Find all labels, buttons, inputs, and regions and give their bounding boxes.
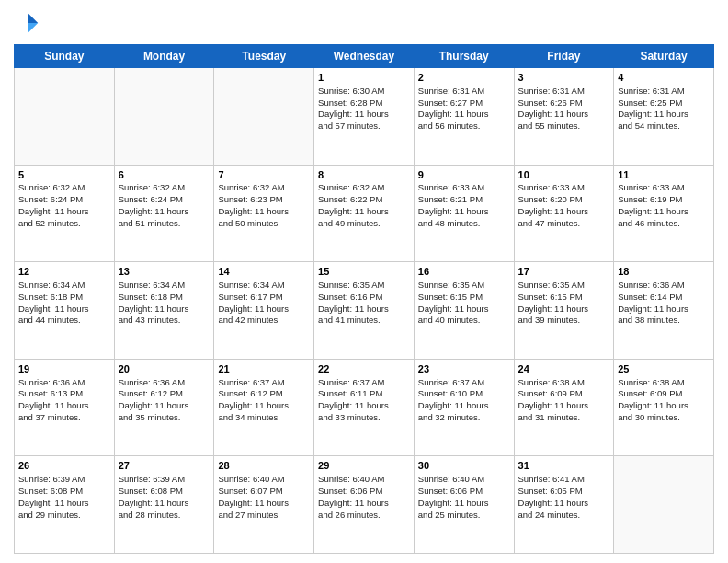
cell-w0-d4: 2Sunrise: 6:31 AM Sunset: 6:27 PM Daylig… — [414, 68, 514, 166]
day-info-21: Sunrise: 6:37 AM Sunset: 6:12 PM Dayligh… — [218, 377, 310, 424]
week-row-2: 12Sunrise: 6:34 AM Sunset: 6:18 PM Dayli… — [15, 262, 714, 360]
day-number-24: 24 — [518, 362, 610, 376]
day-number-30: 30 — [418, 459, 510, 473]
day-info-16: Sunrise: 6:35 AM Sunset: 6:15 PM Dayligh… — [418, 280, 510, 327]
cell-w4-d6 — [614, 456, 714, 554]
week-row-4: 26Sunrise: 6:39 AM Sunset: 6:08 PM Dayli… — [15, 456, 714, 554]
col-friday: Friday — [514, 45, 614, 68]
day-number-20: 20 — [119, 362, 210, 376]
day-info-9: Sunrise: 6:33 AM Sunset: 6:21 PM Dayligh… — [418, 182, 510, 229]
day-info-1: Sunrise: 6:30 AM Sunset: 6:28 PM Dayligh… — [318, 86, 410, 132]
col-thursday: Thursday — [414, 45, 514, 68]
day-info-14: Sunrise: 6:34 AM Sunset: 6:17 PM Dayligh… — [218, 280, 310, 327]
cell-w0-d6: 4Sunrise: 6:31 AM Sunset: 6:25 PM Daylig… — [614, 68, 714, 166]
day-info-8: Sunrise: 6:32 AM Sunset: 6:22 PM Dayligh… — [318, 182, 410, 229]
day-info-5: Sunrise: 6:32 AM Sunset: 6:24 PM Dayligh… — [18, 182, 110, 229]
page: Sunday Monday Tuesday Wednesday Thursday… — [0, 0, 728, 563]
cell-w1-d0: 5Sunrise: 6:32 AM Sunset: 6:24 PM Daylig… — [15, 165, 115, 262]
calendar-table: Sunday Monday Tuesday Wednesday Thursday… — [14, 44, 714, 554]
cell-w3-d4: 23Sunrise: 6:37 AM Sunset: 6:10 PM Dayli… — [414, 359, 514, 456]
day-info-18: Sunrise: 6:36 AM Sunset: 6:14 PM Dayligh… — [618, 280, 710, 327]
day-number-13: 13 — [119, 265, 210, 279]
day-info-23: Sunrise: 6:37 AM Sunset: 6:10 PM Dayligh… — [418, 377, 510, 424]
col-wednesday: Wednesday — [314, 45, 415, 68]
cell-w2-d4: 16Sunrise: 6:35 AM Sunset: 6:15 PM Dayli… — [414, 262, 514, 360]
cell-w2-d3: 15Sunrise: 6:35 AM Sunset: 6:16 PM Dayli… — [314, 262, 415, 360]
header-row: Sunday Monday Tuesday Wednesday Thursday… — [15, 45, 714, 68]
day-number-12: 12 — [18, 265, 110, 279]
cell-w1-d3: 8Sunrise: 6:32 AM Sunset: 6:22 PM Daylig… — [314, 165, 415, 262]
day-number-16: 16 — [418, 265, 510, 279]
day-number-18: 18 — [618, 265, 710, 279]
col-saturday: Saturday — [614, 45, 714, 68]
day-info-19: Sunrise: 6:36 AM Sunset: 6:13 PM Dayligh… — [18, 377, 110, 424]
day-number-29: 29 — [318, 459, 410, 473]
cell-w2-d5: 17Sunrise: 6:35 AM Sunset: 6:15 PM Dayli… — [514, 262, 614, 360]
day-info-30: Sunrise: 6:40 AM Sunset: 6:06 PM Dayligh… — [418, 474, 510, 521]
cell-w4-d4: 30Sunrise: 6:40 AM Sunset: 6:06 PM Dayli… — [414, 456, 514, 554]
day-info-28: Sunrise: 6:40 AM Sunset: 6:07 PM Dayligh… — [218, 474, 310, 521]
day-number-22: 22 — [318, 362, 410, 376]
day-info-6: Sunrise: 6:32 AM Sunset: 6:24 PM Dayligh… — [119, 182, 210, 229]
svg-marker-1 — [28, 23, 38, 33]
cell-w1-d6: 11Sunrise: 6:33 AM Sunset: 6:19 PM Dayli… — [614, 165, 714, 262]
day-number-3: 3 — [518, 71, 610, 85]
cell-w4-d1: 27Sunrise: 6:39 AM Sunset: 6:08 PM Dayli… — [114, 456, 214, 554]
day-info-2: Sunrise: 6:31 AM Sunset: 6:27 PM Dayligh… — [418, 86, 510, 132]
day-info-27: Sunrise: 6:39 AM Sunset: 6:08 PM Dayligh… — [119, 474, 210, 521]
cell-w4-d0: 26Sunrise: 6:39 AM Sunset: 6:08 PM Dayli… — [15, 456, 115, 554]
day-number-15: 15 — [318, 265, 410, 279]
day-info-4: Sunrise: 6:31 AM Sunset: 6:25 PM Dayligh… — [618, 86, 710, 132]
day-number-17: 17 — [518, 265, 610, 279]
day-number-4: 4 — [618, 71, 710, 85]
day-number-6: 6 — [119, 168, 210, 182]
cell-w2-d1: 13Sunrise: 6:34 AM Sunset: 6:18 PM Dayli… — [114, 262, 214, 360]
cell-w0-d1 — [114, 68, 214, 166]
cell-w3-d0: 19Sunrise: 6:36 AM Sunset: 6:13 PM Dayli… — [15, 359, 115, 456]
day-info-11: Sunrise: 6:33 AM Sunset: 6:19 PM Dayligh… — [618, 182, 710, 229]
day-info-3: Sunrise: 6:31 AM Sunset: 6:26 PM Dayligh… — [518, 86, 610, 132]
svg-marker-0 — [28, 13, 38, 23]
calendar-header: Sunday Monday Tuesday Wednesday Thursday… — [15, 45, 714, 68]
cell-w0-d0 — [15, 68, 115, 166]
week-row-0: 1Sunrise: 6:30 AM Sunset: 6:28 PM Daylig… — [15, 68, 714, 166]
week-row-1: 5Sunrise: 6:32 AM Sunset: 6:24 PM Daylig… — [15, 165, 714, 262]
day-number-10: 10 — [518, 168, 610, 182]
day-info-13: Sunrise: 6:34 AM Sunset: 6:18 PM Dayligh… — [119, 280, 210, 327]
cell-w3-d5: 24Sunrise: 6:38 AM Sunset: 6:09 PM Dayli… — [514, 359, 614, 456]
day-number-21: 21 — [218, 362, 310, 376]
cell-w3-d2: 21Sunrise: 6:37 AM Sunset: 6:12 PM Dayli… — [214, 359, 314, 456]
cell-w2-d6: 18Sunrise: 6:36 AM Sunset: 6:14 PM Dayli… — [614, 262, 714, 360]
day-info-12: Sunrise: 6:34 AM Sunset: 6:18 PM Dayligh… — [18, 280, 110, 327]
day-number-5: 5 — [18, 168, 110, 182]
col-tuesday: Tuesday — [214, 45, 314, 68]
day-number-1: 1 — [318, 71, 410, 85]
cell-w3-d3: 22Sunrise: 6:37 AM Sunset: 6:11 PM Dayli… — [314, 359, 415, 456]
day-number-28: 28 — [218, 459, 310, 473]
cell-w1-d4: 9Sunrise: 6:33 AM Sunset: 6:21 PM Daylig… — [414, 165, 514, 262]
day-info-7: Sunrise: 6:32 AM Sunset: 6:23 PM Dayligh… — [218, 182, 310, 229]
day-info-10: Sunrise: 6:33 AM Sunset: 6:20 PM Dayligh… — [518, 182, 610, 229]
day-number-27: 27 — [119, 459, 210, 473]
calendar-body: 1Sunrise: 6:30 AM Sunset: 6:28 PM Daylig… — [15, 68, 714, 554]
col-monday: Monday — [114, 45, 214, 68]
cell-w0-d5: 3Sunrise: 6:31 AM Sunset: 6:26 PM Daylig… — [514, 68, 614, 166]
day-info-20: Sunrise: 6:36 AM Sunset: 6:12 PM Dayligh… — [119, 377, 210, 424]
col-sunday: Sunday — [15, 45, 115, 68]
cell-w2-d2: 14Sunrise: 6:34 AM Sunset: 6:17 PM Dayli… — [214, 262, 314, 360]
day-info-31: Sunrise: 6:41 AM Sunset: 6:05 PM Dayligh… — [518, 474, 610, 521]
cell-w1-d1: 6Sunrise: 6:32 AM Sunset: 6:24 PM Daylig… — [114, 165, 214, 262]
cell-w1-d5: 10Sunrise: 6:33 AM Sunset: 6:20 PM Dayli… — [514, 165, 614, 262]
day-number-7: 7 — [218, 168, 310, 182]
day-info-22: Sunrise: 6:37 AM Sunset: 6:11 PM Dayligh… — [318, 377, 410, 424]
day-info-24: Sunrise: 6:38 AM Sunset: 6:09 PM Dayligh… — [518, 377, 610, 424]
day-number-2: 2 — [418, 71, 510, 85]
week-row-3: 19Sunrise: 6:36 AM Sunset: 6:13 PM Dayli… — [15, 359, 714, 456]
header — [14, 9, 714, 37]
cell-w3-d6: 25Sunrise: 6:38 AM Sunset: 6:09 PM Dayli… — [614, 359, 714, 456]
day-number-31: 31 — [518, 459, 610, 473]
cell-w2-d0: 12Sunrise: 6:34 AM Sunset: 6:18 PM Dayli… — [15, 262, 115, 360]
cell-w1-d2: 7Sunrise: 6:32 AM Sunset: 6:23 PM Daylig… — [214, 165, 314, 262]
day-info-25: Sunrise: 6:38 AM Sunset: 6:09 PM Dayligh… — [618, 377, 710, 424]
logo-icon — [14, 9, 41, 37]
